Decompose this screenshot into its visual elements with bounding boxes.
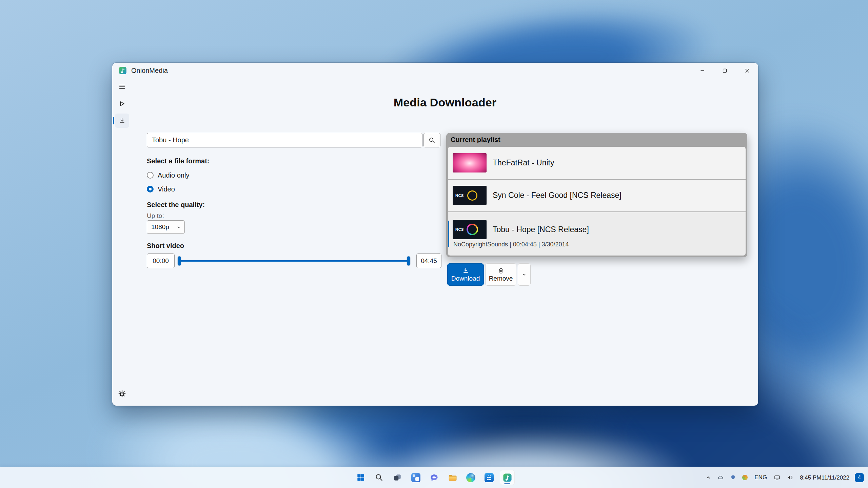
sidebar-item-downloader[interactable] — [115, 114, 129, 128]
playlist-item-title: Syn Cole - Feel Good [NCS Release] — [493, 191, 622, 200]
video-thumbnail: NCS — [453, 220, 487, 239]
download-icon — [462, 267, 469, 274]
radio-circle — [147, 172, 154, 179]
close-button[interactable] — [736, 63, 758, 78]
quality-hint: Up to: — [147, 212, 164, 220]
window-title: OnionMedia — [131, 67, 168, 75]
onionmedia-taskbar-button[interactable] — [500, 470, 515, 485]
chevron-up-icon — [705, 474, 711, 481]
search-icon — [428, 137, 436, 144]
quality-dropdown[interactable]: 1080p — [147, 220, 185, 234]
minimize-button[interactable] — [691, 63, 713, 78]
play-icon — [118, 100, 126, 107]
trim-end-input[interactable]: 04:45 — [416, 253, 441, 268]
slider-track[interactable] — [179, 260, 409, 262]
search-input[interactable] — [147, 133, 422, 147]
radio-video[interactable]: Video — [147, 184, 175, 194]
radio-label: Audio only — [158, 171, 189, 179]
playlist-header: Current playlist — [446, 133, 747, 147]
speaker-icon — [787, 474, 793, 481]
download-button-label: Download — [451, 275, 480, 282]
taskbar-search-button[interactable] — [372, 470, 387, 485]
store-icon — [485, 473, 494, 482]
chevron-down-icon — [177, 225, 181, 229]
volume-tray-button[interactable] — [784, 470, 796, 485]
playlist-item-subtitle: NoCopyrightSounds | 00:04:45 | 3/30/2014 — [453, 241, 741, 248]
quality-dropdown-value: 1080p — [151, 223, 169, 231]
widgets-icon — [411, 473, 420, 482]
widgets-button[interactable] — [408, 470, 423, 485]
task-view-button[interactable] — [390, 470, 405, 485]
remove-button[interactable]: Remove — [485, 263, 516, 286]
settings-gear-icon — [118, 390, 126, 398]
main-content: Media Downloader Select a file format: A… — [132, 78, 758, 406]
hamburger-menu-button[interactable] — [115, 80, 129, 94]
trim-section-label: Short video — [147, 242, 184, 250]
playlist-item[interactable]: NCS Syn Cole - Feel Good [NCS Release] — [448, 180, 746, 212]
radio-circle-checked — [147, 186, 154, 192]
sidebar-item-player[interactable] — [115, 97, 129, 111]
start-button[interactable] — [353, 470, 368, 485]
file-explorer-button[interactable] — [445, 470, 460, 485]
cloud-icon — [717, 474, 724, 481]
onionmedia-app-icon — [502, 473, 512, 483]
chevron-down-icon — [522, 272, 527, 277]
playlist-item[interactable]: TheFatRat - Unity — [448, 147, 746, 179]
minimize-icon — [699, 68, 705, 74]
playlist-items: TheFatRat - Unity NCS Syn Cole - Feel Go… — [448, 147, 746, 256]
microsoft-store-button[interactable] — [481, 470, 496, 485]
system-tray: ENG 8:45 PM 11/11/2022 4 — [703, 467, 864, 488]
trim-range-slider[interactable] — [179, 253, 409, 268]
tray-date: 11/11/2022 — [821, 474, 849, 481]
slider-end-handle[interactable] — [407, 256, 410, 265]
page-title: Media Downloader — [132, 96, 758, 109]
maximize-icon — [722, 68, 728, 74]
search-icon — [375, 473, 383, 482]
task-view-icon — [393, 473, 402, 482]
settings-button[interactable] — [115, 387, 129, 401]
ncs-logo-text: NCS — [455, 227, 464, 231]
notification-count-badge[interactable]: 4 — [855, 473, 864, 482]
playlist-item-row: NCS Tobu - Hope [NCS Release] — [453, 220, 741, 239]
trim-start-input[interactable]: 00:00 — [147, 253, 175, 268]
ncs-logo-ring-icon — [467, 190, 477, 201]
app-window: OnionMedia — [112, 63, 758, 406]
chat-button[interactable] — [427, 470, 441, 485]
sidebar-nav — [112, 78, 132, 406]
network-tray-button[interactable] — [771, 470, 783, 485]
window-titlebar[interactable]: OnionMedia — [112, 63, 758, 78]
window-controls — [691, 63, 758, 78]
hidden-icons-button[interactable] — [703, 470, 714, 485]
windows-start-icon — [356, 473, 365, 482]
format-section-label: Select a file format: — [147, 157, 210, 165]
search-button[interactable] — [423, 133, 440, 147]
sync-status-tray-button[interactable] — [740, 470, 750, 485]
hamburger-icon — [118, 83, 126, 90]
sync-icon — [742, 475, 748, 480]
language-indicator[interactable]: ENG — [751, 470, 770, 485]
maximize-button[interactable] — [713, 63, 736, 78]
desktop: OnionMedia — [0, 0, 868, 488]
app-logo-icon — [118, 66, 127, 75]
playlist-item-title: Tobu - Hope [NCS Release] — [493, 225, 589, 234]
chat-bubble-icon — [430, 473, 439, 482]
download-nav-icon — [118, 117, 126, 124]
taskbar-center-icons — [353, 467, 515, 488]
edge-icon — [466, 473, 475, 482]
network-icon — [774, 474, 781, 481]
playlist-item-title: TheFatRat - Unity — [493, 158, 554, 167]
edge-browser-button[interactable] — [463, 470, 478, 485]
security-tray-button[interactable] — [728, 470, 738, 485]
onedrive-tray-button[interactable] — [715, 470, 726, 485]
more-actions-button[interactable] — [518, 263, 531, 286]
radio-label: Video — [158, 185, 175, 193]
radio-audio-only[interactable]: Audio only — [147, 170, 189, 180]
playlist-item-selected[interactable]: NCS Tobu - Hope [NCS Release] NoCopyrigh… — [448, 212, 746, 256]
slider-start-handle[interactable] — [178, 256, 181, 265]
video-thumbnail — [453, 153, 487, 172]
clock-date-button[interactable]: 8:45 PM 11/11/2022 — [797, 470, 852, 485]
file-explorer-icon — [448, 473, 457, 482]
ncs-logo-text: NCS — [455, 194, 464, 198]
download-button[interactable]: Download — [447, 263, 484, 286]
remove-button-label: Remove — [489, 275, 513, 282]
